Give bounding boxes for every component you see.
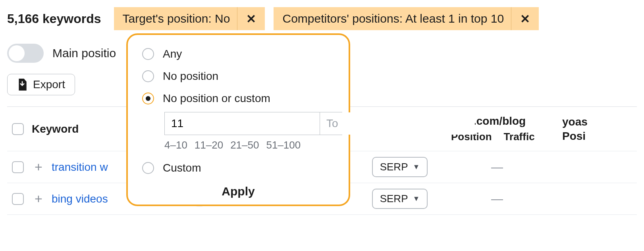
option-label: Any (163, 48, 182, 60)
range-to-input[interactable] (320, 112, 475, 135)
export-button[interactable]: Export (7, 74, 75, 95)
expand-icon[interactable]: + (29, 191, 48, 207)
option-label: No position or custom (163, 92, 270, 105)
col-traffic: Traffic (504, 131, 535, 143)
option-no-position[interactable]: No position (142, 65, 334, 87)
serp-label: SERP (380, 161, 408, 173)
main-position-label: Main positio (52, 46, 116, 60)
serp-label: SERP (380, 193, 408, 205)
radio-icon (142, 48, 154, 60)
col-competitor-2[interactable]: yoas Posi (553, 116, 608, 143)
serp-dropdown[interactable]: SERP ▼ (372, 157, 428, 177)
close-icon[interactable]: ✕ (511, 7, 539, 30)
keyword-count: 5,166 keywords (7, 12, 101, 26)
chevron-down-icon: ▼ (413, 195, 420, 203)
custom-range (164, 112, 342, 135)
close-icon[interactable]: ✕ (237, 7, 265, 30)
position-value: — (491, 160, 503, 174)
competitor-domain: yoas (562, 116, 588, 128)
select-all-checkbox[interactable] (12, 123, 24, 135)
row-checkbox[interactable] (12, 193, 24, 205)
range-from-input[interactable] (165, 112, 320, 135)
chevron-down-icon: ▼ (413, 163, 420, 171)
filter-bar: 5,166 keywords Target's position: No ✕ C… (7, 7, 637, 30)
export-label: Export (33, 78, 65, 91)
apply-button[interactable]: Apply (142, 179, 334, 202)
target-position-dropdown: Any No position No position or custom 4–… (126, 33, 350, 206)
row-checkbox[interactable] (12, 161, 24, 173)
option-no-position-or-custom[interactable]: No position or custom (142, 87, 334, 110)
serp-dropdown[interactable]: SERP ▼ (372, 189, 428, 209)
main-position-toggle[interactable] (7, 44, 44, 63)
filter-chip-label: Competitors' positions: At least 1 in to… (282, 12, 511, 25)
filter-chip-target-position[interactable]: Target's position: No ✕ (114, 7, 265, 30)
option-custom[interactable]: Custom (142, 157, 334, 179)
preset-11-20[interactable]: 11–20 (195, 139, 223, 151)
preset-51-100[interactable]: 51–100 (266, 139, 301, 151)
radio-icon (142, 70, 154, 82)
download-icon (17, 79, 27, 91)
radio-icon (142, 162, 154, 174)
filter-chip-competitors-positions[interactable]: Competitors' positions: At least 1 in to… (274, 7, 539, 30)
toggle-knob (9, 45, 25, 61)
option-any[interactable]: Any (142, 43, 334, 65)
option-label: No position (163, 70, 218, 83)
expand-icon[interactable]: + (29, 159, 48, 175)
radio-icon (142, 93, 154, 104)
col-position: Posi (562, 130, 586, 142)
filter-chip-label: Target's position: No (123, 12, 237, 25)
option-label: Custom (163, 162, 201, 174)
preset-4-10[interactable]: 4–10 (164, 139, 187, 151)
range-presets: 4–10 11–20 21–50 51–100 (164, 139, 334, 151)
position-value: — (491, 192, 503, 206)
preset-21-50[interactable]: 21–50 (230, 139, 259, 151)
